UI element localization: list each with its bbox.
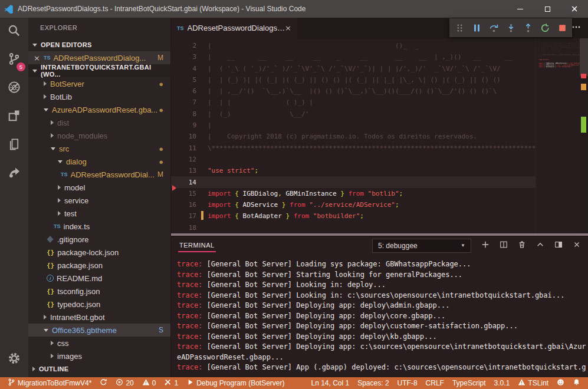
tree-item-src[interactable]: src●: [28, 142, 170, 155]
tree-item-dialog[interactable]: dialog●: [28, 155, 170, 168]
tree-item-test[interactable]: test: [28, 207, 170, 220]
activity-extensions-button[interactable]: [0, 103, 28, 131]
chevron-right-icon: [44, 315, 47, 319]
maximize-button[interactable]: [534, 0, 561, 18]
tab-adresetpassworddialogs[interactable]: TS ADResetPasswordDialogs.ts ×: [171, 18, 297, 38]
tree-item-intranetbot-gbot[interactable]: IntranetBot.gbot: [28, 311, 170, 324]
sync-status[interactable]: [96, 377, 111, 389]
tree-item-typedoc-json[interactable]: {}typedoc.json: [28, 298, 170, 311]
activity-search-button[interactable]: [0, 18, 28, 46]
notifications-status[interactable]: [569, 377, 584, 389]
close-tab-icon[interactable]: ×: [285, 24, 291, 32]
activity-source-control-button[interactable]: 5: [0, 46, 28, 74]
typescript-version-status[interactable]: 3.0.1: [490, 377, 514, 389]
git-branch-status[interactable]: MigrationToBotFmwV4*: [4, 377, 96, 389]
pause-button[interactable]: [471, 22, 482, 33]
cursor-position-status[interactable]: Ln 14, Col 1: [307, 377, 353, 389]
tree-item-package-lock-json[interactable]: {}package-lock.json: [28, 246, 170, 259]
terminal-select[interactable]: 5: debuggee ▼: [372, 239, 471, 253]
tree-item-dist[interactable]: dist: [28, 116, 170, 129]
ts-icon: TS: [54, 223, 61, 229]
kill-terminal-icon[interactable]: [518, 240, 526, 251]
indentation-status[interactable]: Spaces: 2: [353, 377, 393, 389]
ruler-mark-modified: [581, 84, 586, 90]
tree-item-label: css: [57, 339, 69, 348]
close-window-button[interactable]: ×: [561, 0, 588, 18]
feedback-status[interactable]: [553, 377, 569, 389]
horizontal-scrollbar[interactable]: [171, 233, 588, 236]
tree-item-images[interactable]: images: [28, 350, 170, 362]
tree-item-azureadpasswordreset-gba[interactable]: AzureADPasswordReset.gba...●: [28, 103, 170, 116]
warnings-status[interactable]: 0: [138, 377, 160, 389]
panel-position-icon[interactable]: [554, 240, 563, 251]
more-actions-icon[interactable]: [571, 22, 581, 34]
step-into-button[interactable]: [505, 22, 516, 33]
play-icon: [186, 378, 194, 388]
open-editor-item[interactable]: × TS ADResetPasswordDialog... M: [28, 51, 170, 64]
debug-status-status[interactable]: Debug Program (BotServer): [182, 377, 288, 389]
tree-item-label: test: [64, 209, 77, 218]
git-branch-icon: [8, 378, 15, 388]
workspace-header[interactable]: INTRANETBOTQUICKSTART.GBAI (WO...: [28, 64, 170, 77]
tree-item-css[interactable]: css: [28, 337, 170, 350]
encoding-label: UTF-8: [398, 379, 418, 387]
end-of-line-status[interactable]: CRLF: [422, 377, 448, 389]
tree-item-adresetpassworddial[interactable]: TSADResetPasswordDial...M: [28, 168, 170, 181]
tree-item-gitignore[interactable]: .gitignore: [28, 233, 170, 246]
stop-button[interactable]: [557, 22, 567, 33]
maximize-panel-icon[interactable]: [536, 240, 544, 251]
pages-icon: [8, 137, 21, 153]
tree-item-label: model: [64, 183, 85, 192]
new-terminal-icon[interactable]: [481, 240, 490, 251]
search-icon: [8, 24, 21, 39]
tree-item-readme-md[interactable]: iREADME.md: [28, 272, 170, 285]
terminal-output[interactable]: trace: [General Bot Server] Loading sys …: [171, 255, 588, 377]
editor-gutter[interactable]: 2345678910111213141516171819: [171, 38, 204, 236]
tree-item-label: BotServer: [50, 80, 84, 88]
tree-item-label: index.ts: [64, 222, 90, 231]
step-over-button[interactable]: [488, 22, 499, 33]
tree-item-botserver[interactable]: BotServer●: [28, 77, 170, 90]
tree-item-package-json[interactable]: {}package.json: [28, 259, 170, 272]
code-editor[interactable]: 2345678910111213141516171819 | ()_ _| __…: [171, 38, 588, 236]
terminal-tab[interactable]: TERMINAL: [178, 239, 216, 252]
restart-button[interactable]: [540, 22, 550, 33]
overview-ruler[interactable]: [580, 38, 588, 236]
tree-item-model[interactable]: model: [28, 181, 170, 194]
tree-item-index-ts[interactable]: TSindex.ts: [28, 220, 170, 233]
close-icon[interactable]: ×: [34, 54, 40, 62]
activity-settings-gear-button[interactable]: [0, 345, 28, 374]
step-out-button[interactable]: [523, 22, 533, 33]
tree-item-tsconfig-json[interactable]: {}tsconfig.json: [28, 285, 170, 298]
close-panel-icon[interactable]: [573, 240, 581, 251]
open-editors-header[interactable]: OPEN EDITORS: [28, 38, 170, 51]
cursor-position-label: Ln 14, Col 1: [311, 379, 349, 387]
toolbar-drag-handle[interactable]: [454, 22, 465, 33]
encoding-status[interactable]: UTF-8: [393, 377, 422, 389]
errors-status[interactable]: 20: [111, 377, 137, 389]
chevron-down-icon: [58, 160, 63, 163]
activity-pages-button[interactable]: [0, 131, 28, 159]
tree-item-botlib[interactable]: BotLib: [28, 90, 170, 103]
tslint-status[interactable]: TSLint: [514, 377, 553, 389]
tree-item-service[interactable]: service: [28, 194, 170, 207]
modified-dot-badge: ●: [159, 106, 163, 114]
tree-item-label: README.md: [57, 274, 102, 283]
activity-share-button[interactable]: [0, 159, 28, 187]
tree-item-node-modules[interactable]: node_modules: [28, 129, 170, 142]
language-mode-status[interactable]: TypeScript: [448, 377, 490, 389]
chevron-down-icon: [44, 329, 48, 332]
tree-item-label: package.json: [57, 261, 103, 270]
activity-debug-button[interactable]: [0, 74, 28, 103]
tree-item-office365-gbtheme[interactable]: Office365.gbthemeS: [28, 324, 170, 337]
split-terminal-icon[interactable]: [500, 240, 508, 251]
file-tree: BotServer●BotLibAzureADPasswordReset.gba…: [28, 77, 170, 362]
scrollbar-slider[interactable]: [580, 38, 588, 76]
minimize-button[interactable]: [507, 0, 534, 18]
tree-item-label: typedoc.json: [57, 300, 100, 309]
minimap[interactable]: | ()_ _| __ __ __ __ _ __ __ __ | ,_)() …: [536, 38, 580, 236]
code-area[interactable]: | ()_ _| __ __ __ __ _ __ __ __ | ,_)() …: [208, 38, 588, 236]
tools-status[interactable]: 1: [160, 377, 182, 389]
outline-header[interactable]: OUTLINE: [28, 362, 170, 375]
tree-item-label: Office365.gbtheme: [52, 326, 117, 335]
